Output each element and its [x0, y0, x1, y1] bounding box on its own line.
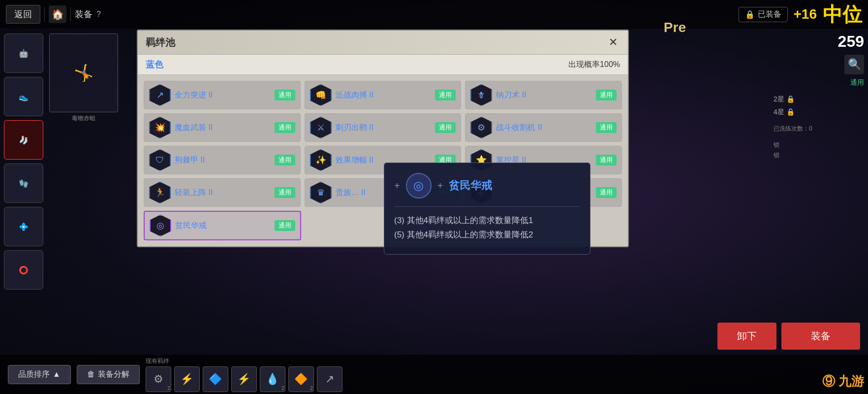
tooltip-desc-line2: (5) 其他4羁绊或以上的需求数量降低2	[394, 228, 580, 242]
skill-item-7[interactable]: 🛡 荆棘甲 II 通用	[144, 146, 301, 174]
skill-name-7: 荆棘甲 II	[175, 155, 271, 165]
search-button[interactable]: 🔍	[844, 55, 864, 74]
modal-subtitle: 蓝色	[146, 59, 163, 70]
skill-name-3: 纳刀术 II	[496, 90, 592, 100]
dismantle-button[interactable]: 🗑 装备分解	[77, 365, 140, 384]
skill-item-3[interactable]: 🗡 纳刀术 II 通用	[465, 81, 622, 109]
skill-tag-right: 通用	[774, 78, 864, 87]
modal-subheader: 蓝色 出现概率100%	[138, 55, 628, 75]
character-portrait: 🤸	[49, 33, 118, 112]
bottom-item-6[interactable]: 🔶2	[288, 366, 314, 392]
skill-icon-10: 🏃	[149, 182, 171, 203]
bottom-item-5[interactable]: 💧2	[260, 366, 285, 392]
wash-count: 已洗练次数：0	[774, 125, 864, 133]
equipped-badge: 🔒 已装备	[739, 7, 788, 22]
attr-item-2: 锁	[774, 151, 864, 160]
skill-icon-3: 🗡	[470, 84, 492, 106]
skill-icon-7: 🛡	[149, 149, 171, 171]
equipped-label: 已装备	[758, 9, 781, 20]
action-buttons: 卸下 装备	[717, 323, 860, 350]
skill-item-1[interactable]: ↗ 全力突进 II 通用	[144, 81, 301, 109]
bottom-items-section: 现有羁绊 ⚙2 ⚡ 🔷 ⚡ 💧2 🔶2 ↗	[146, 357, 342, 392]
star-label-4: 4星 🔒	[774, 108, 864, 117]
bottom-item-2[interactable]: ⚡	[174, 366, 200, 392]
tooltip-popup: + ◎ + 贫民华戒 (3) 其他4羁绊或以上的需求数量降低1 (5) 其他4羁…	[384, 163, 590, 255]
bottom-item-7[interactable]: ↗	[317, 366, 342, 392]
attr-list: 锁 锁	[774, 141, 864, 160]
tooltip-name: 贫民华戒	[449, 178, 492, 193]
skill-item-highlighted[interactable]: ◎ 贫民华戒 通用	[144, 211, 301, 240]
skill-tag-5: 通用	[435, 122, 456, 133]
skill-tag-highlighted: 通用	[275, 220, 295, 231]
modal-header: 羁绊池 ✕	[138, 31, 628, 55]
equip-slot-5[interactable]: 💠	[4, 207, 43, 246]
skill-item-6[interactable]: ⚙ 战斗收割机 II 通用	[465, 113, 622, 142]
equip-button[interactable]: 装备	[781, 323, 860, 350]
back-button[interactable]: 返回	[6, 5, 40, 24]
skill-name-2: 近战肉搏 II	[336, 90, 432, 100]
skill-name-10: 轻装上阵 II	[175, 188, 271, 198]
tooltip-header: + ◎ + 贫民华戒	[394, 173, 580, 198]
skill-item-4[interactable]: 💥 魔血武装 II 通用	[144, 113, 301, 142]
equip-slots: 🤖 👟 🧦 🧤 💠 ⭕	[4, 33, 43, 290]
help-icon[interactable]: ?	[96, 10, 101, 19]
tooltip-plus2: +	[437, 180, 443, 192]
skill-icon-4: 💥	[149, 117, 171, 138]
tooltip-icon: ◎	[406, 173, 432, 198]
skill-tag-6: 通用	[596, 122, 617, 133]
character-label: 毒蟾赤蛆	[49, 114, 118, 123]
skill-item-2[interactable]: 👊 近战肉搏 II 通用	[305, 81, 462, 109]
tooltip-plus1: +	[394, 180, 400, 192]
character-area: 🤸 毒蟾赤蛆	[49, 33, 118, 123]
skill-name-highlighted: 贫民华戒	[175, 221, 271, 231]
equip-slot-2[interactable]: 👟	[4, 77, 43, 116]
equip-slot-3[interactable]: 🧦	[4, 120, 43, 160]
skill-icon-highlighted: ◎	[150, 215, 171, 236]
separator	[44, 7, 45, 22]
pre-label: Pre	[664, 20, 686, 35]
bottom-item-4[interactable]: ⚡	[231, 366, 257, 392]
skill-tag-4: 通用	[275, 122, 295, 133]
skill-name-1: 全力突进 II	[175, 90, 271, 100]
skill-icon-2: 👊	[310, 84, 332, 106]
modal-title: 羁绊池	[146, 36, 175, 49]
lock-icon: 🔒	[745, 10, 755, 19]
equip-slot-4[interactable]: 🧤	[4, 164, 43, 203]
equip-slot-6[interactable]: ⭕	[4, 250, 43, 290]
skill-name-6: 战斗收割机 II	[496, 123, 592, 133]
separator2	[70, 7, 71, 22]
unequip-button[interactable]: 卸下	[717, 323, 776, 350]
sort-label: 品质排序	[18, 369, 50, 380]
skill-icon-8: ✨	[310, 149, 332, 171]
bottom-items-label: 现有羁绊	[146, 357, 342, 365]
position-label: 中位	[823, 1, 862, 28]
dismantle-icon: 🗑	[87, 370, 95, 379]
skill-tag-7: 通用	[275, 155, 295, 165]
skill-tag-1: 通用	[275, 90, 295, 100]
top-bar: 返回 🏠 装备 ? 🔒 已装备 +16 中位	[0, 0, 868, 29]
skill-name-5: 刺刃出鞘 II	[336, 123, 432, 133]
skill-icon-5: ⚔	[310, 117, 332, 138]
tooltip-desc-line1: (3) 其他4羁绊或以上的需求数量降低1	[394, 214, 580, 228]
skill-icon-1: ↗	[149, 84, 171, 106]
logo-icon: ⑨	[822, 374, 835, 389]
tooltip-divider	[394, 206, 580, 207]
sort-icon: ▲	[53, 370, 61, 379]
skill-tag-3: 通用	[596, 90, 617, 100]
bottom-item-1[interactable]: ⚙2	[146, 366, 171, 392]
modal-rate: 出现概率100%	[568, 60, 620, 70]
logo-text: 九游	[838, 374, 864, 389]
sort-button[interactable]: 品质排序 ▲	[8, 365, 71, 384]
bottom-item-3[interactable]: 🔷	[203, 366, 228, 392]
plus-score: +16	[794, 6, 817, 22]
home-icon[interactable]: 🏠	[49, 5, 66, 23]
attr-item-1: 锁	[774, 141, 864, 149]
skill-icon-11: ♛	[310, 182, 332, 203]
skill-tag-12: 通用	[596, 187, 617, 198]
skill-icon-6: ⚙	[470, 117, 492, 138]
close-button[interactable]: ✕	[606, 35, 620, 49]
skill-item-10[interactable]: 🏃 轻装上阵 II 通用	[144, 178, 301, 207]
skill-item-5[interactable]: ⚔ 刺刃出鞘 II 通用	[305, 113, 462, 142]
equip-slot-1[interactable]: 🤖	[4, 33, 43, 73]
equip-label: 装备	[75, 8, 93, 20]
